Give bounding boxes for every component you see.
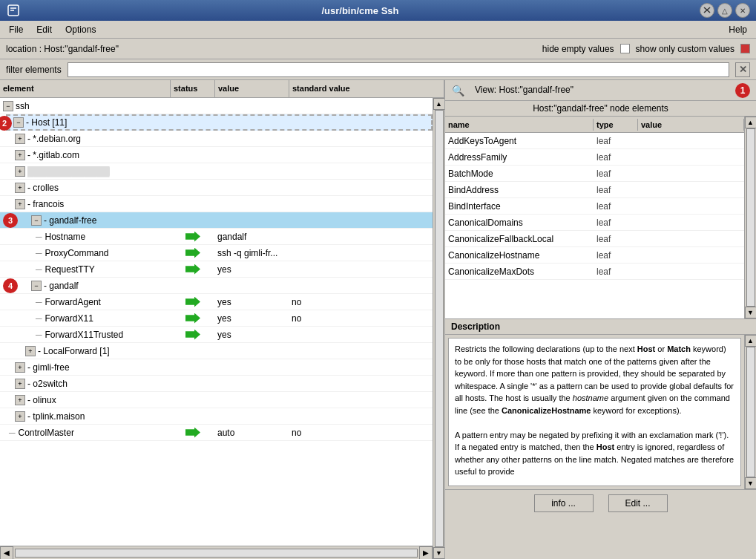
right-row-addressfamily[interactable]: AddressFamily leaf: [445, 149, 744, 166]
title-bar: /usr/bin/cme Ssh △ ✕: [0, 0, 756, 21]
tree-cell-element: ─ RequestTTY: [0, 264, 171, 275]
tree-cell-status: [171, 105, 215, 107]
tree-row-gitlab[interactable]: + - *.gitlab.com: [0, 147, 433, 163]
desc-vscroll-track[interactable]: [746, 347, 755, 477]
tree-cell-element: + - olinux: [0, 394, 171, 406]
right-row-addkeystoagent[interactable]: AddKeysToAgent leaf: [445, 133, 744, 149]
menu-file[interactable]: File: [3, 23, 29, 36]
hscroll-track[interactable]: [15, 549, 418, 558]
hide-empty-checkbox[interactable]: [620, 44, 630, 53]
tree-row[interactable]: − ssh: [0, 98, 433, 114]
right-vscroll-down[interactable]: ▼: [745, 307, 757, 318]
tree-cell-element: ─ ForwardX11: [0, 313, 171, 324]
expand-debian[interactable]: +: [15, 134, 25, 144]
bottom-bar: info ... Edit ...: [445, 489, 756, 516]
left-panel-inner: − ssh 2 − - Host [11]: [0, 98, 444, 559]
expand-tplink[interactable]: +: [15, 411, 25, 422]
right-row-batchmode[interactable]: BatchMode leaf: [445, 166, 744, 182]
tree-row-blurred[interactable]: + █████████████: [0, 163, 433, 180]
tree-row-debian[interactable]: + - *.debian.org: [0, 131, 433, 147]
tree-row-crolles[interactable]: + - crolles: [0, 180, 433, 196]
tree-row-olinux[interactable]: + - olinux: [0, 392, 433, 408]
tree-row-forwardx11trusted[interactable]: ─ ForwardX11Trusted yes: [0, 327, 433, 343]
tree-row-gandalf[interactable]: 4 − - gandalf: [0, 278, 433, 294]
description-title: Description: [445, 319, 756, 335]
col-value-header: value: [215, 80, 289, 98]
right-row-bindinterface[interactable]: BindInterface leaf: [445, 198, 744, 215]
tree-row-tplink[interactable]: + - tplink.maison: [0, 408, 433, 425]
menu-edit[interactable]: Edit: [30, 23, 58, 36]
right-table-area: name type value AddKeysToAgent leaf Addr…: [445, 117, 756, 318]
arrow-icon: [185, 248, 200, 258]
tree-row-gandalf-free[interactable]: 3 − - gandalf-free: [0, 212, 433, 229]
expand-ssh[interactable]: −: [3, 101, 13, 111]
tree-row-o2switch[interactable]: + - o2switch: [0, 376, 433, 392]
maximize-button[interactable]: △: [717, 3, 732, 18]
tree-row-forwardagent[interactable]: ─ ForwardAgent yes no: [0, 294, 433, 310]
expand-host[interactable]: −: [13, 117, 24, 128]
scroll-left-btn[interactable]: ◀: [0, 546, 13, 560]
tree-cell-element: + - *.debian.org: [0, 133, 171, 145]
close-button[interactable]: ✕: [735, 3, 750, 18]
minimize-button[interactable]: [700, 3, 714, 18]
tree-row-host[interactable]: 2 − - Host [11]: [6, 114, 433, 131]
show-custom-label: show only custom values: [636, 44, 734, 54]
tree-row-proxycommand[interactable]: ─ ProxyCommand ssh -q gimli-fr...: [0, 245, 433, 261]
badge-2: 2: [7, 117, 12, 128]
location-text: location : Host:"gandalf-free": [6, 44, 119, 54]
right-row-canonicaldomains[interactable]: CanonicalDomains leaf: [445, 215, 744, 231]
expand-crolles[interactable]: +: [15, 183, 25, 193]
badge-4: 4: [3, 280, 18, 292]
tree-row-forwardx11[interactable]: ─ ForwardX11 yes no: [0, 310, 433, 327]
vscroll-track[interactable]: [435, 110, 444, 547]
right-row-bindaddress[interactable]: BindAddress leaf: [445, 182, 744, 198]
tree-row-localforward[interactable]: + - LocalForward [1]: [0, 343, 433, 359]
expand-localforward[interactable]: +: [25, 346, 36, 356]
tree-cell-element: 4 − - gandalf: [0, 280, 171, 292]
menu-help[interactable]: Help: [723, 23, 753, 36]
right-row-canonicalizehostname[interactable]: CanonicalizeHostname leaf: [445, 247, 744, 264]
tree-cell-element: ─ ProxyCommand: [0, 247, 171, 259]
filter-input[interactable]: [68, 62, 729, 77]
expand-blurred[interactable]: +: [15, 166, 25, 177]
expand-olinux[interactable]: +: [15, 395, 25, 405]
right-table-content: name type value AddKeysToAgent leaf Addr…: [445, 117, 744, 318]
edit-button[interactable]: Edit ...: [608, 494, 668, 512]
right-row-canonicalizefallback[interactable]: CanonicalizeFallbackLocal leaf: [445, 231, 744, 247]
col-name-header: name: [445, 119, 594, 131]
vscroll-down[interactable]: ▼: [433, 547, 445, 559]
filter-clear-button[interactable]: ✕: [735, 62, 750, 77]
window-controls: △ ✕: [700, 3, 750, 18]
tree-row-francois[interactable]: + - francois: [0, 196, 433, 212]
info-button[interactable]: info ...: [534, 494, 594, 512]
tree-row-gimli-free[interactable]: + - gimli-free: [0, 359, 433, 376]
expand-francois[interactable]: +: [15, 199, 25, 209]
right-row-canonicalizemaxdots[interactable]: CanonicalizeMaxDots leaf: [445, 264, 744, 280]
description-body: Restricts the following declarations (up…: [445, 335, 756, 489]
desc-vscroll-up[interactable]: ▲: [745, 335, 757, 347]
tree-row-hostname[interactable]: ─ Hostname gandalf: [0, 229, 433, 245]
expand-gandalf[interactable]: −: [31, 281, 42, 291]
vscroll-up[interactable]: ▲: [433, 98, 445, 110]
right-vscroll-up[interactable]: ▲: [745, 117, 757, 128]
arrow-icon: [185, 232, 200, 242]
left-vscroll: ▲ ▼: [433, 98, 444, 559]
tree-cell-element: ─ ForwardAgent: [0, 296, 171, 308]
main-area: element status value standard value −: [0, 80, 756, 559]
scroll-right-btn[interactable]: ▶: [419, 546, 433, 560]
tree-cell-element: + - *.gitlab.com: [0, 149, 171, 161]
right-panel: 🔍 View: Host:"gandalf-free" 1 Host:"gand…: [445, 80, 756, 559]
magnify-icon: 🔍: [451, 84, 464, 97]
expand-gimli-free[interactable]: +: [15, 362, 25, 373]
menu-options[interactable]: Options: [59, 23, 102, 36]
expand-gitlab[interactable]: +: [15, 150, 25, 160]
expand-o2switch[interactable]: +: [15, 379, 25, 389]
tree-row-requesttty[interactable]: ─ RequestTTY yes: [0, 261, 433, 278]
tree-row-controlmaster[interactable]: ─ ControlMaster auto no: [0, 425, 433, 441]
filter-label: filter elements: [6, 65, 62, 75]
tree-cell-element: ─ Hostname: [0, 231, 171, 243]
desc-vscroll-down[interactable]: ▼: [745, 477, 757, 489]
show-custom-checkbox[interactable]: [740, 44, 750, 53]
expand-gandalf-free[interactable]: −: [31, 215, 42, 226]
right-vscroll-track[interactable]: [746, 128, 755, 307]
